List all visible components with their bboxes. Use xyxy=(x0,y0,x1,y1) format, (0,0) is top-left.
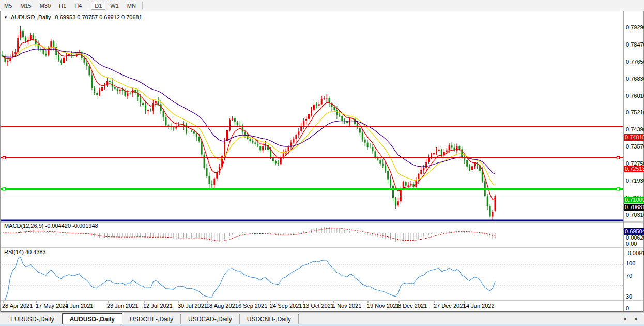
candle-body xyxy=(158,101,159,105)
candle-body xyxy=(249,139,251,141)
candle-body xyxy=(359,128,361,133)
candle-body xyxy=(160,104,162,111)
tab-usdchf-daily[interactable]: USDCHF-,Daily xyxy=(122,314,181,324)
candle-body xyxy=(362,132,363,139)
candle-body xyxy=(237,122,238,125)
candle-body xyxy=(341,116,343,121)
timeframe-button-mn[interactable]: MN xyxy=(124,2,140,10)
candle-body xyxy=(88,66,90,75)
timeframe-button-h1[interactable]: H1 xyxy=(55,2,70,10)
ma-slow-line xyxy=(3,49,495,174)
candle-body xyxy=(7,61,8,62)
tab-scroll-arrows: ◄ ► xyxy=(622,313,644,324)
candle-body xyxy=(234,118,236,122)
candle-body xyxy=(119,90,121,91)
price-tick[interactable]: 0.71930 xyxy=(626,177,644,184)
candle-body xyxy=(239,125,241,125)
candle-body xyxy=(487,196,488,206)
resistance-line-lower-handle[interactable] xyxy=(3,156,6,159)
chart-symbol-label: AUDUSD-,Daily xyxy=(11,14,51,20)
candle-body xyxy=(193,131,195,134)
candle-body xyxy=(91,75,93,88)
date-axis-label: 8 Dec 2021 xyxy=(398,303,427,309)
candle-body xyxy=(254,143,256,144)
macd-axis-tick: -0.009197 xyxy=(626,250,644,257)
candle-body xyxy=(382,164,384,166)
candle-body xyxy=(288,147,289,151)
price-tick[interactable]: 0.74390 xyxy=(626,126,644,133)
candle-body xyxy=(495,196,496,211)
candle-body xyxy=(94,88,95,93)
candle-body xyxy=(346,121,348,123)
tab-scroll-right-icon[interactable]: ► xyxy=(634,316,639,321)
price-tick[interactable]: 0.76830 xyxy=(626,76,644,82)
date-axis-label: 28 Apr 2021 xyxy=(2,303,33,309)
support-line-green-handle[interactable] xyxy=(3,188,6,190)
candle-body xyxy=(436,151,437,153)
timeframe-button-m30[interactable]: M30 xyxy=(36,2,54,10)
price-tick[interactable]: 0.75210 xyxy=(626,109,644,116)
rsi-axis-tick: 100 xyxy=(626,260,635,267)
macd-histogram xyxy=(3,227,495,243)
candle-body xyxy=(433,153,435,155)
timeframe-button-h4[interactable]: H4 xyxy=(71,2,85,10)
candle-body xyxy=(397,201,399,205)
price-tick[interactable]: 0.77650 xyxy=(626,58,644,65)
tab-audusd-daily[interactable]: AUDUSD-,Daily xyxy=(62,313,122,324)
candle-body xyxy=(122,90,124,91)
price-tick[interactable]: 0.70310 xyxy=(626,212,644,218)
tab-scroll-left-icon[interactable]: ◄ xyxy=(622,316,627,321)
candle-body xyxy=(63,58,65,63)
support-line-green-handle[interactable] xyxy=(617,188,620,190)
support-line-green-price-tag: 0.71009 xyxy=(624,197,644,203)
candle-body xyxy=(211,184,212,185)
candle-body xyxy=(390,180,391,186)
candle-body xyxy=(152,103,154,111)
price-tick[interactable]: 0.78470 xyxy=(626,41,644,48)
candle-body xyxy=(492,212,494,217)
tab-eurusd-daily[interactable]: EURUSD-,Daily xyxy=(3,314,62,324)
current-price-tag: 0.70681 xyxy=(624,204,644,211)
toolbar-separator xyxy=(142,2,143,9)
macd-indicator-label: MACD(12,26,9) -0.004420 -0.001948 xyxy=(4,223,98,229)
timeframe-button-m15[interactable]: M15 xyxy=(17,2,35,10)
candle-body xyxy=(259,146,261,150)
timeframe-button-w1[interactable]: W1 xyxy=(106,2,122,10)
candle-body xyxy=(318,104,320,105)
chart-window: ▼AUDUSD-,Daily0.69953 0.70757 0.69912 0.… xyxy=(0,11,644,312)
candle-body xyxy=(226,130,228,141)
tab-usdcnh-daily[interactable]: USDCNH-,Daily xyxy=(240,314,299,324)
chart-tabbar: EURUSD-,Daily AUDUSD-,Daily USDCHF-,Dail… xyxy=(0,312,644,324)
candle-body xyxy=(431,154,432,157)
chevron-down-icon[interactable]: ▼ xyxy=(4,15,8,20)
macd-axis-tick: 0.00 xyxy=(626,241,637,247)
candle-body xyxy=(206,168,208,176)
date-axis-label: 12 Jul 2021 xyxy=(143,303,173,309)
candle-body xyxy=(145,105,146,110)
candle-body xyxy=(109,81,111,82)
chart-title: ▼AUDUSD-,Daily0.69953 0.70757 0.69912 0.… xyxy=(4,14,142,20)
candle-body xyxy=(469,167,470,170)
date-axis-label: 27 Dec 2021 xyxy=(434,303,466,309)
chart-canvas[interactable] xyxy=(0,11,644,312)
resistance-line-lower-handle[interactable] xyxy=(617,156,620,159)
timeframe-button-d1[interactable]: D1 xyxy=(91,2,105,10)
price-tick[interactable]: 0.73570 xyxy=(626,143,644,150)
rsi-current-value: 40.4383 xyxy=(25,249,46,255)
price-tick[interactable]: 0.79290 xyxy=(626,24,644,31)
candle-body xyxy=(425,162,427,168)
candle-body xyxy=(20,31,21,38)
candle-body xyxy=(423,168,424,170)
price-tick[interactable]: 0.76010 xyxy=(626,93,644,99)
date-axis-label: 4 Jun 2021 xyxy=(65,303,93,309)
rsi-axis-tick: 70 xyxy=(626,273,632,279)
candle-body xyxy=(451,145,453,147)
macd-name: MACD(12,26,9) xyxy=(4,223,43,229)
candle-body xyxy=(311,110,312,114)
rsi-axis-tick: 0 xyxy=(626,305,629,312)
timeframe-button-m5[interactable]: M5 xyxy=(1,2,16,10)
candle-body xyxy=(438,150,440,151)
candle-body xyxy=(252,141,253,143)
candle-body xyxy=(449,145,450,150)
tab-usdcad-daily[interactable]: USDCAD-,Daily xyxy=(181,314,240,324)
